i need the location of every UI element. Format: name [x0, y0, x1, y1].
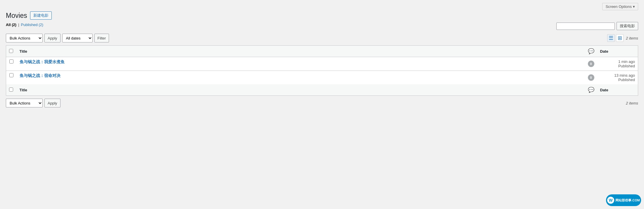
- screen-options-label: Screen Options: [605, 4, 632, 9]
- select-all-header: [6, 46, 17, 57]
- separator: |: [18, 23, 19, 27]
- comments-column-footer: 💬: [585, 84, 597, 96]
- date-column-header: Date: [597, 46, 638, 57]
- bulk-actions-select-top[interactable]: Bulk Actions: [6, 34, 43, 42]
- add-new-button[interactable]: 新建电影: [30, 11, 52, 20]
- row-checkbox[interactable]: [9, 73, 13, 77]
- table-row: 鱼与锅之战：我爱水煮鱼 0 1 min ago Published: [6, 57, 638, 71]
- chevron-down-icon: ▾: [633, 4, 635, 9]
- row-date-relative: 1 min ago: [618, 59, 635, 64]
- row-comments-cell: 0: [585, 71, 597, 85]
- search-button[interactable]: 搜索电影: [617, 22, 638, 30]
- apply-button-bottom[interactable]: Apply: [44, 99, 60, 107]
- row-date-status: Published: [618, 78, 635, 82]
- top-tablenav: Bulk Actions Apply All dates Filter ☰ ⊞ …: [6, 32, 638, 44]
- table-row: 鱼与锅之战：宿命对决 0 13 mins ago Published: [6, 71, 638, 85]
- bottom-items-count: 2 items: [626, 101, 638, 105]
- apply-button-top[interactable]: Apply: [44, 34, 60, 42]
- row-title-link[interactable]: 鱼与锅之战：我爱水煮鱼: [20, 59, 65, 64]
- title-column-footer: Title: [17, 84, 585, 96]
- date-column-footer: Date: [597, 84, 638, 96]
- select-all-checkbox-bottom[interactable]: [9, 88, 13, 92]
- page-title: Movies: [6, 12, 27, 20]
- view-switch: ☰ ⊞: [607, 34, 624, 42]
- row-checkbox-cell: [6, 71, 17, 85]
- top-items-count: 2 items: [626, 36, 638, 40]
- table-body: 鱼与锅之战：我爱水煮鱼 0 1 min ago Published 鱼与锅之战：…: [6, 57, 638, 85]
- row-date-cell: 13 mins ago Published: [597, 71, 638, 85]
- comments-column-header: 💬: [585, 46, 597, 57]
- screen-options-button[interactable]: Screen Options ▾: [602, 3, 638, 10]
- row-date-relative: 13 mins ago: [614, 73, 635, 78]
- row-title-cell: 鱼与锅之战：宿命对决: [17, 71, 585, 85]
- all-filter-link[interactable]: All (2): [6, 23, 16, 27]
- select-all-footer: [6, 84, 17, 96]
- search-input[interactable]: [556, 23, 615, 30]
- filter-button[interactable]: Filter: [94, 34, 109, 42]
- bottom-tablenav: Bulk Actions Apply 2 items: [6, 97, 638, 109]
- comment-header-icon: 💬: [588, 48, 594, 54]
- row-date-cell: 1 min ago Published: [597, 57, 638, 71]
- row-title-link[interactable]: 鱼与锅之战：宿命对决: [20, 73, 60, 78]
- row-checkbox-cell: [6, 57, 17, 71]
- row-comments-cell: 0: [585, 57, 597, 71]
- title-column-header: Title: [17, 46, 585, 57]
- sub-nav: All (2) | Published (2): [6, 23, 43, 27]
- dates-filter-select[interactable]: All dates: [62, 34, 93, 42]
- grid-view-icon[interactable]: ⊞: [616, 34, 624, 42]
- published-filter-link[interactable]: Published (2): [21, 23, 44, 27]
- row-title-cell: 鱼与锅之战：我爱水煮鱼: [17, 57, 585, 71]
- list-view-icon[interactable]: ☰: [607, 34, 615, 42]
- row-date-status: Published: [618, 64, 635, 68]
- comment-count-badge: 0: [588, 74, 594, 81]
- bulk-actions-select-bottom[interactable]: Bulk Actions: [6, 99, 43, 107]
- select-all-checkbox[interactable]: [9, 49, 13, 53]
- movies-table: Title 💬 Date 鱼与锅之战：我爱水煮鱼 0: [6, 45, 638, 96]
- row-checkbox[interactable]: [9, 59, 13, 64]
- comment-footer-icon: 💬: [588, 87, 594, 93]
- comment-count-badge: 0: [588, 61, 594, 67]
